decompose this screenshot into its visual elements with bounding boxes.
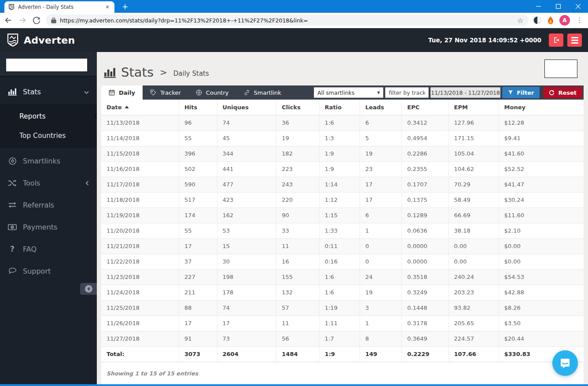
table-cell: 0.00 <box>448 254 499 269</box>
tab-country[interactable]: Country <box>188 85 236 100</box>
exchange-arrows-icon <box>8 201 17 208</box>
sidebar-item-tools[interactable]: Tools <box>0 172 97 194</box>
address-bar[interactable]: https://my.adverten.com/stats/daily?drp=… <box>46 15 529 26</box>
window-close-button[interactable] <box>568 0 588 13</box>
reset-button[interactable]: Reset <box>543 87 582 98</box>
sidebar-item-label: Referrals <box>23 201 54 209</box>
back-button[interactable] <box>4 15 13 25</box>
bookmark-star-icon[interactable]: ☆ <box>517 16 523 25</box>
table-cell: 17 <box>360 177 401 192</box>
stats-submenu: Reports Top Countries <box>0 104 97 148</box>
column-header-epm[interactable]: EPM <box>448 100 499 115</box>
window-maximize-button[interactable] <box>548 0 568 13</box>
table-cell: $11.60 <box>499 208 584 223</box>
table-row: 11/13/20189674361:660.3412127.96$12.28 <box>101 115 584 130</box>
table-cell: 517 <box>179 192 217 208</box>
table-cell: 91 <box>179 331 217 346</box>
extension-flame-icon[interactable] <box>546 16 555 25</box>
column-header-money[interactable]: Money <box>499 100 584 115</box>
window-minimize-button[interactable] <box>529 0 548 13</box>
sidebar-item-label: Tools <box>23 179 40 187</box>
logout-button[interactable] <box>549 33 563 47</box>
smartlink-disc-icon <box>8 157 17 165</box>
table-cell: 17 <box>179 315 217 331</box>
filter-button[interactable]: Filter <box>502 87 540 98</box>
table-cell: 11/26/2018 <box>101 315 179 331</box>
table-cell: 243 <box>276 177 320 192</box>
table-cell: 19 <box>360 285 401 300</box>
chevron-down-icon <box>84 88 89 96</box>
table-cell: 66.69 <box>448 208 499 223</box>
sidebar-item-label: Smartlinks <box>23 157 60 165</box>
reload-button[interactable] <box>32 15 41 25</box>
table-cell: $30.24 <box>499 192 584 208</box>
table-cell: 1:33 <box>319 223 360 238</box>
sidebar-item-faq[interactable]: ? FAQ <box>0 238 97 260</box>
table-cell: 0:16 <box>319 254 360 269</box>
sidebar-item-referrals[interactable]: Referrals <box>0 194 97 216</box>
table-cell: $0.00 <box>499 254 584 269</box>
tab-close-icon[interactable]: ✕ <box>104 4 111 11</box>
table-cell: 53 <box>217 223 276 238</box>
table-cell: $41.47 <box>499 177 584 192</box>
bar-chart-icon <box>8 88 17 96</box>
shuffle-icon <box>8 179 17 187</box>
column-header-epc[interactable]: EPC <box>402 100 448 115</box>
table-row: 11/27/20189173561:780.3649224.57$20.44 <box>101 331 584 346</box>
smartlink-filter-select[interactable]: All smartlinks ▼ <box>314 87 383 98</box>
table-cell: 6 <box>360 115 401 130</box>
sidebar-item-support[interactable]: Support <box>0 260 97 282</box>
column-header-uniques[interactable]: Uniques <box>217 100 276 115</box>
menu-toggle-button[interactable] <box>567 33 582 47</box>
table-cell: 423 <box>217 192 276 208</box>
sidebar-item-top-countries[interactable]: Top Countries <box>0 126 97 145</box>
chevron-left-icon <box>85 179 89 187</box>
stats-table-card: Date Hits Uniques Clicks Ratio Leads EPC… <box>101 100 584 384</box>
column-header-ratio[interactable]: Ratio <box>319 100 360 115</box>
table-cell: 0.0000 <box>402 254 448 269</box>
table-cell: $12.28 <box>499 115 584 130</box>
table-cell: 223 <box>276 161 320 177</box>
table-cell: $3.50 <box>499 315 584 331</box>
sidebar-item-smartlinks[interactable]: Smartlinks <box>0 150 97 172</box>
table-cell: 1:19 <box>319 300 360 315</box>
tab-tracker[interactable]: Tracker <box>143 85 188 100</box>
forward-button[interactable] <box>18 15 27 25</box>
sidebar-item-label: FAQ <box>23 245 37 253</box>
chat-launcher-button[interactable] <box>552 350 578 376</box>
sidebar-item-reports[interactable]: Reports <box>0 107 97 126</box>
table-cell: 174 <box>179 208 217 223</box>
browser-tab[interactable]: Adverten - Daily Stats ✕ <box>4 1 114 13</box>
table-cell: 19 <box>276 130 320 146</box>
select-caret-icon: ▼ <box>377 91 380 95</box>
table-cell: 55 <box>179 130 217 146</box>
browser-menu-icon[interactable]: ⋮ <box>574 16 584 24</box>
table-cell: $41.60 <box>499 146 584 161</box>
header-redacted-box <box>544 59 577 78</box>
tracker-filter-input[interactable] <box>385 87 429 98</box>
table-cell: 1:6 <box>319 285 360 300</box>
new-tab-button[interactable]: + <box>120 2 130 11</box>
lock-icon <box>51 17 56 23</box>
sidebar-collapse-button[interactable] <box>80 283 97 295</box>
table-cell: 162 <box>217 208 276 223</box>
column-header-leads[interactable]: Leads <box>360 100 401 115</box>
table-cell: 0.4954 <box>402 130 448 146</box>
total-cell: 1:9 <box>319 346 360 362</box>
table-cell: 0.2286 <box>402 146 448 161</box>
column-header-clicks[interactable]: Clicks <box>276 100 320 115</box>
sidebar-item-payments[interactable]: 0 Payments <box>0 216 97 238</box>
column-header-date[interactable]: Date <box>101 100 179 115</box>
brand[interactable]: Adverten <box>6 33 75 47</box>
extension-circle-icon[interactable] <box>533 16 542 25</box>
browser-profile-avatar[interactable]: A <box>559 15 570 26</box>
tab-smartlink[interactable]: Smartlink <box>236 85 289 100</box>
sidebar-balance-panel <box>0 52 97 77</box>
column-header-hits[interactable]: Hits <box>179 100 217 115</box>
tab-daily[interactable]: Daily <box>101 85 143 100</box>
sidebar-item-stats[interactable]: Stats <box>0 79 97 104</box>
table-row: 11/14/20185545191:350.4954171.15$9.41 <box>101 130 584 146</box>
table-cell: 198 <box>217 269 276 285</box>
tab-label: Daily <box>119 89 135 96</box>
date-range-picker[interactable]: 11/13/2018 - 11/27/2018 <box>430 87 500 98</box>
